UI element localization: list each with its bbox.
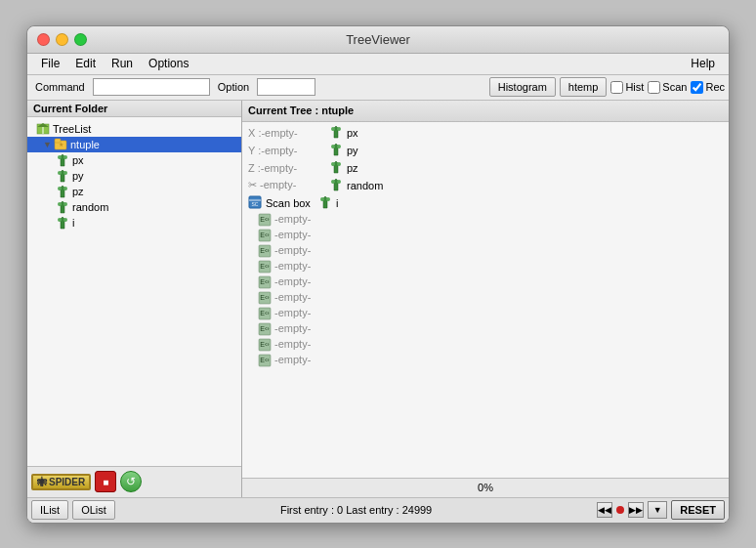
menu-help[interactable]: Help <box>685 56 721 71</box>
window-controls <box>37 33 87 46</box>
list-item-y[interactable]: Y :-empty- py <box>242 142 729 159</box>
scan-value: i <box>336 197 338 209</box>
list-item-cut[interactable]: ✂ -empty- random <box>242 177 729 194</box>
ilist-button[interactable]: IList <box>31 500 68 520</box>
menu-run[interactable]: Run <box>105 56 139 71</box>
hist-checkbox-group: Hist <box>610 81 644 94</box>
svg-point-7 <box>58 155 62 159</box>
refresh-button[interactable]: ↺ <box>120 471 142 492</box>
maximize-button[interactable] <box>74 33 87 46</box>
svg-point-28 <box>331 162 335 166</box>
rec-checkbox[interactable] <box>691 81 703 94</box>
command-input[interactable] <box>93 78 210 96</box>
tree-item-i[interactable]: i <box>27 215 241 231</box>
leaf-icon-cut <box>329 178 343 193</box>
scan-checkbox[interactable] <box>648 81 660 94</box>
svg-text:E‹›: E‹› <box>260 232 270 238</box>
expr-label-7: E‹› -empty- <box>258 307 311 320</box>
spider-label: SPIDER <box>49 477 85 487</box>
tree-item-random[interactable]: random <box>27 199 241 215</box>
expr-label-1: E‹› -empty- <box>258 213 311 227</box>
svg-point-11 <box>63 171 67 175</box>
tree-item-py[interactable]: py <box>27 168 241 184</box>
z-label: Z :-empty- <box>248 162 321 174</box>
list-item-scan[interactable]: SC Scan box i <box>242 194 729 212</box>
svg-point-19 <box>58 218 62 222</box>
spider-icon: 🕷 <box>37 477 47 487</box>
spider-button[interactable]: 🕷 SPIDER <box>31 474 91 490</box>
svg-point-8 <box>63 155 67 159</box>
expr-label-8: E‹› -empty- <box>258 322 311 336</box>
list-item-expr-1[interactable]: E‹› -empty- <box>242 212 729 228</box>
tree-item-ntuple[interactable]: ▼ ★ ntuple <box>27 137 241 152</box>
leaf-icon-px <box>55 153 70 167</box>
nav-next-next-button[interactable]: ▶▶ <box>628 502 644 518</box>
ntuple-icon: ★ <box>53 138 68 151</box>
svg-point-32 <box>337 180 341 184</box>
menu-edit[interactable]: Edit <box>69 56 102 71</box>
list-item-expr-8[interactable]: E‹› -empty- <box>242 321 729 337</box>
leaf-icon-pz <box>55 185 70 198</box>
svg-point-13 <box>58 187 62 190</box>
stop-icon: ■ <box>103 477 108 487</box>
progress-bar: 0% <box>242 478 729 497</box>
histogram-button[interactable]: Histogram <box>489 77 556 97</box>
stop-button[interactable]: ■ <box>95 471 116 492</box>
rec-label: Rec <box>705 81 725 93</box>
main-content: Current Folder TreeList <box>27 101 729 497</box>
treelist-icon <box>35 122 51 136</box>
svg-point-25 <box>331 145 335 148</box>
dropdown-arrow[interactable]: ▼ <box>648 501 667 519</box>
list-item-z[interactable]: Z :-empty- pz <box>242 159 729 177</box>
svg-text:E‹›: E‹› <box>260 357 270 363</box>
close-button[interactable] <box>37 33 50 46</box>
svg-point-37 <box>320 197 324 201</box>
menu-file[interactable]: File <box>35 56 65 71</box>
list-item-expr-6[interactable]: E‹› -empty- <box>242 290 729 306</box>
tree-item-ntuple-label: ntuple <box>70 139 100 150</box>
svg-point-23 <box>337 127 341 131</box>
reset-button[interactable]: RESET <box>671 500 725 520</box>
current-tree-bar: Current Tree : ntuple <box>242 101 729 122</box>
nav-prev-prev-button[interactable]: ◀◀ <box>597 502 612 518</box>
hist-checkbox[interactable] <box>610 81 623 94</box>
expr-label-9: E‹› -empty- <box>258 338 311 352</box>
x-label: X :-empty- <box>248 127 321 139</box>
tree-item-i-label: i <box>72 217 74 229</box>
option-label: Option <box>214 80 253 94</box>
list-item-expr-4[interactable]: E‹› -empty- <box>242 259 729 274</box>
svg-text:E‹›: E‹› <box>260 341 270 348</box>
left-panel: Current Folder TreeList <box>27 101 242 497</box>
y-label: Y :-empty- <box>248 145 321 156</box>
tree-item-treelist[interactable]: TreeList <box>27 121 241 137</box>
list-item-x[interactable]: X :-empty- px <box>242 124 729 142</box>
svg-point-22 <box>331 127 335 131</box>
list-item-expr-7[interactable]: E‹› -empty- <box>242 306 729 321</box>
svg-point-17 <box>63 202 67 206</box>
menu-options[interactable]: Options <box>143 56 194 71</box>
list-item-expr-10[interactable]: E‹› -empty- <box>242 353 729 368</box>
svg-text:E‹›: E‹› <box>260 247 270 254</box>
tree-item-px[interactable]: px <box>27 152 241 168</box>
list-item-expr-5[interactable]: E‹› -empty- <box>242 274 729 290</box>
option-input[interactable] <box>257 78 315 96</box>
progress-text: 0% <box>478 482 493 493</box>
list-item-expr-9[interactable]: E‹› -empty- <box>242 337 729 353</box>
minimize-button[interactable] <box>56 33 68 46</box>
olist-button[interactable]: OList <box>72 500 115 520</box>
toolbar: Command Option Histogram htemp Hist Scan… <box>27 75 729 101</box>
list-item-expr-3[interactable]: E‹› -empty- <box>242 243 729 259</box>
list-item-expr-2[interactable]: E‹› -empty- <box>242 228 729 243</box>
svg-point-29 <box>337 162 341 166</box>
expand-icon: ▼ <box>43 140 53 149</box>
svg-text:E‹›: E‹› <box>260 263 270 270</box>
svg-text:E‹›: E‹› <box>260 278 270 285</box>
svg-point-16 <box>58 202 62 206</box>
z-value: pz <box>347 162 358 174</box>
leaf-icon-x <box>329 125 343 141</box>
tree-item-pz[interactable]: pz <box>27 184 241 199</box>
svg-text:E‹›: E‹› <box>260 216 270 223</box>
cut-label: ✂ -empty- <box>248 179 321 191</box>
svg-point-10 <box>58 171 62 175</box>
htemp-button[interactable]: htemp <box>560 77 608 97</box>
